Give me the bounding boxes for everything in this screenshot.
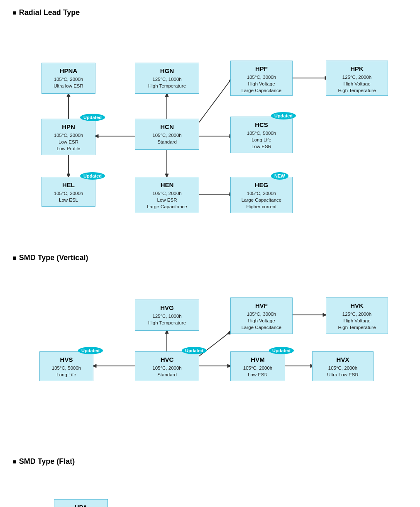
box-HPK: HPK 125°C, 2000hHigh VoltageHigh Tempera… [326,61,388,96]
svg-line-22 [197,333,229,358]
badge-HPN-updated: Updated [80,114,105,121]
box-HPF: HPF 105°C, 3000hHigh VoltageLarge Capaci… [230,61,293,96]
diagram-radial: HPNA 105°C, 2000hUltra low ESR HGN 125°C… [12,29,408,229]
box-HCN: HCN 105°C, 2000hStandard [135,119,199,150]
box-HVF: HVF 105°C, 3000hHigh VoltageLarge Capaci… [230,297,293,334]
badge-HEL-updated: Updated [80,172,105,180]
box-HVS: HVS 105°C, 5000hLong Life [39,351,93,381]
svg-marker-23 [227,331,230,334]
svg-line-10 [197,79,231,125]
box-HEL: HEL 105°C, 2000hLow ESL [42,177,95,207]
diagram-smd-f: HPA 105°C, 1000hStandard [12,478,408,507]
section-title-smd-f: SMD Type (Flat) [12,457,408,466]
box-HGN: HGN 125°C, 1000hHigh Temperature [135,63,199,94]
section-radial: Radial Lead Type [12,8,408,229]
box-HCS: HCS 105°C, 5000hLong LifeLow ESR [230,117,293,153]
box-HEG: HEG 105°C, 2000hLarge CapacitanceHigher … [230,177,293,213]
box-HPN: HPN 105°C, 2000hLow ESRLow Profile [42,119,95,155]
section-smd-flat: SMD Type (Flat) HPA 105°C, 1000hStandard [12,457,408,507]
box-HVX: HVX 105°C, 2000hUltra Low ESR [312,351,374,381]
box-HPNA: HPNA 105°C, 2000hUltra low ESR [42,63,95,94]
box-HVG: HVG 125°C, 1000hHigh Temperature [135,300,199,331]
badge-HVC-updated: Updated [182,347,207,354]
box-HPA: HPA 105°C, 1000hStandard [54,499,108,507]
diagram-smd-v: HVG 125°C, 1000hHigh Temperature HVF 105… [12,275,408,432]
badge-HVM-updated: Updated [269,347,294,354]
badge-HEG-new: NEW [271,172,288,180]
badge-HVS-updated: Updated [78,347,103,354]
box-HEN: HEN 105°C, 2000hLow ESRLarge Capacitance [135,177,199,213]
badge-HCS-updated: Updated [271,112,296,119]
box-HVM: HVM 105°C, 2000hLow ESR [230,351,285,381]
box-HVC: HVC 105°C, 2000hStandard [135,351,199,381]
box-HVK: HVK 125°C, 2000hHigh VoltageHigh Tempera… [326,297,388,334]
section-smd-vertical: SMD Type (Vertical) HVG 125°C, 1000hHigh… [12,254,408,432]
section-title-radial: Radial Lead Type [12,8,408,17]
section-title-smd-v: SMD Type (Vertical) [12,254,408,262]
